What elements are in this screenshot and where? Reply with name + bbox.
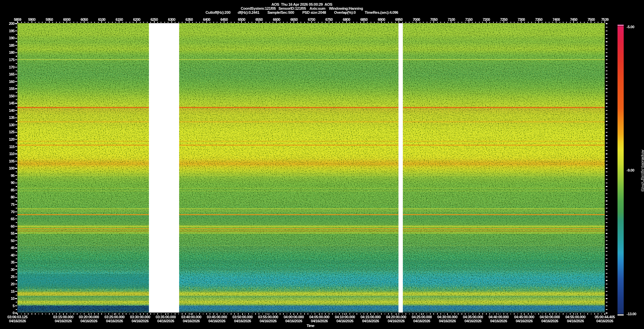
svg-text:6700: 6700: [308, 17, 315, 21]
svg-text:04/16/2026: 04/16/2026: [260, 319, 277, 323]
svg-text:6450: 6450: [220, 17, 228, 21]
svg-text:45: 45: [11, 246, 14, 250]
svg-text:04/16/2026: 04/16/2026: [388, 319, 405, 323]
svg-text:03:20:00.000: 03:20:00.000: [79, 315, 99, 319]
svg-text:6800: 6800: [343, 17, 350, 21]
svg-text:-5.00: -5.00: [627, 25, 634, 29]
svg-text:03:15:00.000: 03:15:00.000: [53, 315, 73, 319]
svg-text:185: 185: [9, 43, 15, 47]
svg-text:AOS Thu 16 Apr 2026 05:00:29: AOS Thu 16 Apr 2026 05:00:29 AOS: [271, 2, 332, 6]
svg-text:04:55:00.000: 04:55:00.000: [565, 315, 585, 319]
svg-text:110: 110: [9, 152, 14, 156]
svg-text:7539: 7539: [601, 17, 608, 21]
svg-text:05:00:44.405: 05:00:44.405: [595, 315, 615, 319]
svg-text:7200: 7200: [483, 17, 490, 21]
svg-text:170: 170: [9, 65, 15, 69]
svg-text:04/16/2026: 04/16/2026: [106, 319, 123, 323]
svg-text:125: 125: [9, 130, 15, 134]
svg-text:04:10:00.000: 04:10:00.000: [335, 315, 355, 319]
svg-text:5900: 5900: [28, 17, 36, 21]
svg-text:6500: 6500: [238, 17, 245, 21]
svg-text:6250: 6250: [151, 17, 158, 21]
svg-text:175: 175: [9, 58, 15, 62]
svg-text:04/16/2026: 04/16/2026: [157, 319, 174, 323]
svg-text:04:15:00.000: 04:15:00.000: [361, 315, 381, 319]
svg-text:6850: 6850: [360, 17, 368, 21]
svg-text:55: 55: [11, 231, 14, 235]
svg-text:Time: Time: [307, 324, 314, 328]
svg-text:CoordSystem:121f05 SensorID:: CoordSystem:121f05 SensorID:121f05 Axis:…: [241, 6, 363, 10]
svg-text:04/16/2026: 04/16/2026: [183, 319, 200, 323]
svg-text:5859: 5859: [14, 17, 21, 21]
svg-text:115: 115: [9, 145, 14, 149]
svg-text:03:55:00.000: 03:55:00.000: [258, 315, 278, 319]
svg-text:15: 15: [11, 289, 14, 293]
svg-text:04/16/2026: 04/16/2026: [9, 319, 26, 323]
svg-text:200: 200: [9, 21, 15, 26]
svg-text:04/16/2026: 04/16/2026: [465, 319, 482, 323]
svg-text:140: 140: [9, 108, 15, 112]
svg-text:6950: 6950: [395, 17, 402, 21]
svg-text:7500: 7500: [588, 17, 595, 21]
svg-text:04:30:00.000: 04:30:00.000: [437, 315, 458, 319]
svg-text:04:40:00.000: 04:40:00.000: [488, 315, 508, 319]
svg-text:7450: 7450: [570, 17, 577, 21]
svg-text:120: 120: [9, 137, 15, 141]
svg-text:Cuttoff(Hz):200 df(Hz):: Cuttoff(Hz):200 df(Hz):0.2441 Sample/Sec…: [206, 10, 398, 14]
svg-text:6000: 6000: [63, 17, 70, 21]
svg-text:7300: 7300: [518, 17, 525, 21]
svg-text:03:06:03.125: 03:06:03.125: [7, 315, 28, 319]
svg-text:7400: 7400: [552, 17, 560, 21]
svg-text:6050: 6050: [80, 17, 88, 21]
svg-text:105: 105: [9, 159, 15, 163]
svg-text:5950: 5950: [46, 17, 53, 21]
svg-text:70: 70: [11, 210, 14, 214]
svg-text:04/16/2026: 04/16/2026: [413, 319, 430, 323]
svg-text:04/16/2026: 04/16/2026: [439, 319, 456, 323]
svg-text:35: 35: [11, 260, 14, 264]
svg-text:04:50:00.000: 04:50:00.000: [540, 315, 560, 319]
svg-text:0: 0: [13, 311, 15, 315]
svg-text:155: 155: [9, 87, 15, 91]
svg-text:04/16/2026: 04/16/2026: [596, 319, 613, 323]
svg-text:195: 195: [9, 29, 15, 33]
svg-text:04:00:00.000: 04:00:00.000: [284, 315, 304, 319]
svg-text:65: 65: [11, 217, 14, 221]
svg-text:190: 190: [9, 36, 15, 40]
svg-text:20: 20: [11, 282, 14, 286]
svg-text:04/16/2026: 04/16/2026: [362, 319, 379, 323]
svg-text:7100: 7100: [448, 17, 455, 21]
svg-text:6600: 6600: [273, 17, 280, 21]
svg-text:7350: 7350: [535, 17, 542, 21]
svg-text:7250: 7250: [500, 17, 507, 21]
svg-text:04/16/2026: 04/16/2026: [490, 319, 507, 323]
svg-text:6350: 6350: [185, 17, 193, 21]
svg-text:-13.00: -13.00: [627, 312, 636, 316]
svg-text:130: 130: [9, 123, 15, 127]
svg-text:03:30:00.000: 03:30:00.000: [130, 315, 150, 319]
svg-text:04/16/2026: 04/16/2026: [516, 319, 533, 323]
svg-text:03:25:00.000: 03:25:00.000: [104, 315, 124, 319]
svg-text:6300: 6300: [168, 17, 175, 21]
svg-text:6550: 6550: [255, 17, 263, 21]
svg-text:6100: 6100: [98, 17, 105, 21]
svg-text:40: 40: [11, 253, 14, 257]
svg-text:6650: 6650: [290, 17, 298, 21]
svg-text:7000: 7000: [413, 17, 420, 21]
svg-text:04:35:00.000: 04:35:00.000: [463, 315, 483, 319]
svg-text:04/16/2026: 04/16/2026: [311, 319, 328, 323]
svg-text:6900: 6900: [378, 17, 385, 21]
svg-text:04/16/2026: 04/16/2026: [541, 319, 558, 323]
svg-text:100: 100: [9, 166, 15, 170]
svg-text:03:35:00.000: 03:35:00.000: [156, 315, 176, 319]
svg-text:6400: 6400: [203, 17, 210, 21]
svg-text:80: 80: [11, 195, 14, 199]
svg-text:180: 180: [9, 50, 15, 54]
svg-text:04/16/2026: 04/16/2026: [80, 319, 98, 323]
svg-text:04/16/2026: 04/16/2026: [234, 319, 251, 323]
svg-text:50: 50: [11, 239, 14, 243]
svg-text:6150: 6150: [116, 17, 123, 21]
svg-text:145: 145: [9, 101, 15, 105]
svg-text:60: 60: [11, 224, 14, 228]
svg-text:75: 75: [11, 202, 14, 206]
